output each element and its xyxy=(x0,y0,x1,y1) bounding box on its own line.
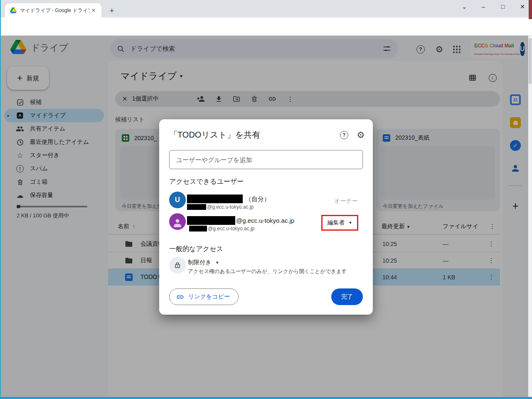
browser-titlebar: マイドライブ - Google ドライブ ✕ + ⌄ – □ ✕ xyxy=(0,0,532,17)
tab-close-icon[interactable]: ✕ xyxy=(90,7,97,14)
dialog-settings-gear-icon[interactable]: ⚙ xyxy=(356,130,366,140)
user-name-suffix: @g.ecc.u-tokyo.ac.jp xyxy=(236,217,294,224)
user-email-domain: @g.ecc.u-tokyo.ac.jp xyxy=(208,226,254,232)
drive-favicon-icon xyxy=(10,7,17,13)
general-access-description: アクセス権のあるユーザーのみが、リンクから開くことができます xyxy=(188,268,347,275)
redacted-user-email xyxy=(189,226,207,232)
capture-border-bottom xyxy=(0,397,532,399)
redacted-user-name xyxy=(187,195,243,203)
capture-border-left xyxy=(0,0,1,399)
redacted-user-email xyxy=(187,204,206,210)
window-menu-chevron-icon[interactable]: ⌄ xyxy=(455,0,474,13)
dropdown-caret-icon: ▼ xyxy=(349,221,352,225)
user-avatar xyxy=(169,213,186,230)
tab-title: マイドライブ - Google ドライブ xyxy=(20,7,90,14)
dropdown-caret-icon: ▼ xyxy=(215,261,219,265)
dialog-title: 「TODOリスト」を共有 xyxy=(169,129,260,140)
redacted-user-name xyxy=(187,216,235,225)
window-maximize-button[interactable]: □ xyxy=(493,0,512,13)
general-access-dropdown[interactable]: 制限付き ▼ xyxy=(188,259,219,266)
dialog-help-icon[interactable]: ? xyxy=(339,130,349,140)
window-minimize-button[interactable]: – xyxy=(474,0,493,13)
owner-role-label: オーナー xyxy=(334,197,358,205)
done-button[interactable]: 完了 xyxy=(331,288,363,305)
link-icon xyxy=(176,293,184,301)
role-dropdown[interactable]: 編集者 xyxy=(328,219,345,227)
annotation-editor-role-highlight: 編集者 ▼ xyxy=(321,215,358,231)
copy-link-button[interactable]: リンクをコピー xyxy=(169,288,239,305)
page-scrollbar[interactable] xyxy=(528,36,532,397)
user-name-suffix: （自分） xyxy=(245,195,270,203)
general-access-heading: 一般的なアクセス xyxy=(169,245,223,254)
screen-edge-artifact xyxy=(529,0,532,19)
share-dialog: 「TODOリスト」を共有 ? ⚙ アクセスできるユーザー U （自分） @g.e… xyxy=(159,119,373,315)
copy-link-label: リンクをコピー xyxy=(188,293,230,300)
people-with-access-heading: アクセスできるユーザー xyxy=(169,177,244,186)
page-scrollbar-thumb[interactable] xyxy=(529,38,532,84)
browser-tab[interactable]: マイドライブ - Google ドライブ ✕ xyxy=(5,3,101,17)
screen: マイドライブ - Google ドライブ ✕ + ⌄ – □ ✕ ← → ↻ d… xyxy=(0,0,532,399)
user-avatar: U xyxy=(169,192,186,208)
add-people-input[interactable] xyxy=(169,150,363,169)
new-tab-button[interactable]: + xyxy=(106,5,117,16)
browser-addressbar: ← → ↻ drive.google.com/drive/my-drive ☆ … xyxy=(0,17,532,36)
user-email-domain: @g.ecc.u-tokyo.ac.jp xyxy=(207,204,254,210)
restricted-lock-icon xyxy=(169,257,186,273)
